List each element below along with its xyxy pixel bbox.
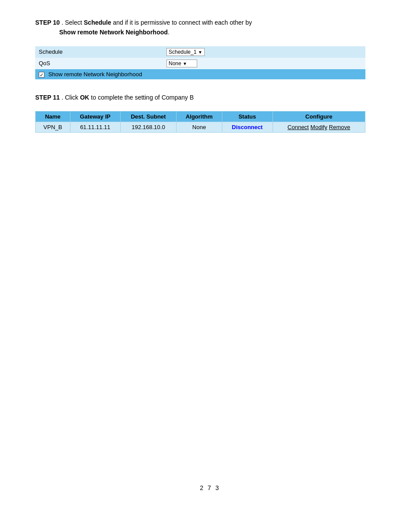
step11-bold1: OK [80,94,89,101]
dropdown-arrow-icon2: ▼ [183,61,187,66]
schedule-label: Schedule [35,46,163,58]
neighborhood-checkbox[interactable]: ✓ [39,72,44,78]
col-name: Name [36,111,70,122]
schedule-dropdown[interactable]: Schedule_1 ▼ [166,48,205,56]
step11-text: STEP 11 . Click OK to complete the setti… [35,93,385,102]
neighborhood-label: Show remote Network Neighborhood [48,71,142,78]
qos-dropdown[interactable]: None ▼ [166,59,197,67]
qos-value: None ▼ [163,58,365,69]
step11-label: STEP 11 [35,94,60,101]
vpn-algorithm: None [177,122,222,133]
connect-link[interactable]: Connect [287,124,309,130]
qos-label: QoS [35,58,163,69]
step11-text-end: to complete the setting of Company B [91,94,194,101]
vpn-status-text: Disconnect [232,124,263,130]
schedule-value: Schedule_1 ▼ [163,46,365,58]
step10-label: STEP 10 [35,19,60,26]
modify-link[interactable]: Modify [310,124,327,130]
step10-period: . [168,29,169,36]
vpn-dest-subnet: 192.168.10.0 [120,122,176,133]
vpn-name: VPN_B [36,122,70,133]
page-number: 2 7 3 [200,484,220,491]
step10-block: STEP 10 . Select Schedule and if it is p… [35,18,385,79]
vpn-configure: Connect Modify Remove [273,122,365,133]
schedule-table: Schedule Schedule_1 ▼ QoS None ▼ ✓ Show … [35,46,365,79]
vpn-status: Disconnect [222,122,273,133]
neighborhood-row: ✓ Show remote Network Neighborhood [35,69,365,79]
vpn-header-row: Name Gateway IP Dest. Subnet Algorithm S… [36,111,365,122]
vpn-configure-links: Connect Modify Remove [287,124,350,130]
vpn-table: Name Gateway IP Dest. Subnet Algorithm S… [35,111,365,133]
dropdown-arrow-icon: ▼ [198,50,203,55]
step10-dot: . [60,19,65,26]
vpn-gateway-ip: 61.11.11.11 [70,122,120,133]
col-gateway-ip: Gateway IP [70,111,120,122]
step11-dot: . [60,94,65,101]
step10-bold1: Schedule [84,19,111,26]
col-status: Status [222,111,273,122]
step10-bold2: Show remote Network Neighborhood [59,29,168,36]
step11-block: STEP 11 . Click OK to complete the setti… [35,93,385,133]
schedule-row: Schedule Schedule_1 ▼ [35,46,365,58]
vpn-data-row: VPN_B 61.11.11.11 192.168.10.0 None Disc… [36,122,365,133]
col-algorithm: Algorithm [177,111,222,122]
step10-text: STEP 10 . Select Schedule and if it is p… [35,18,385,37]
col-dest-subnet: Dest. Subnet [120,111,176,122]
qos-row: QoS None ▼ [35,58,365,69]
neighborhood-cell: ✓ Show remote Network Neighborhood [35,69,365,79]
remove-link[interactable]: Remove [329,124,350,130]
col-configure: Configure [273,111,365,122]
